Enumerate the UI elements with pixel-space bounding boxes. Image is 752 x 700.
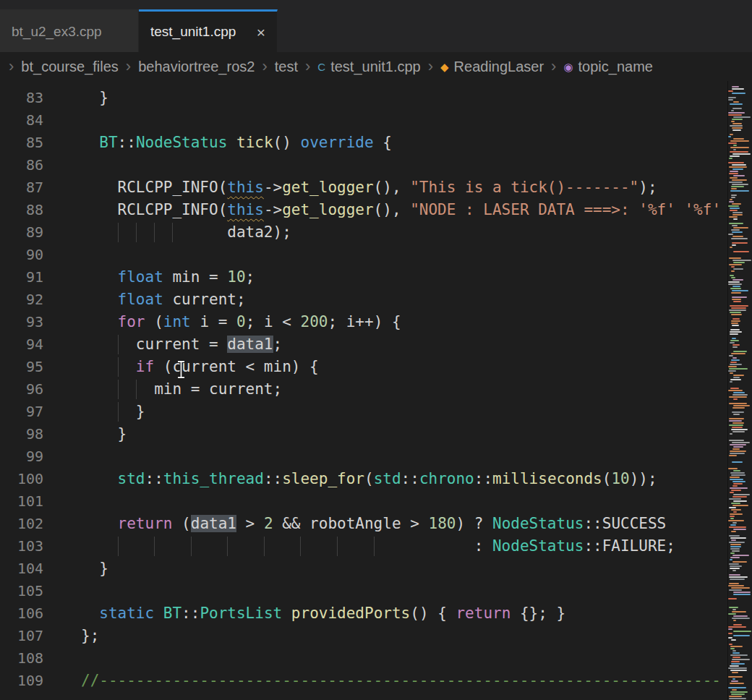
code-line[interactable]: 109//-----------------------------------… xyxy=(0,670,727,692)
line-number[interactable]: 109 xyxy=(0,670,45,692)
line-number[interactable]: 87 xyxy=(0,176,45,199)
line-content[interactable]: } xyxy=(45,87,727,109)
code-line[interactable]: 87 RCLCPP_INFO(this->get_logger(), "This… xyxy=(0,176,727,199)
line-content[interactable] xyxy=(45,647,727,670)
line-content[interactable]: float current; xyxy=(45,289,727,311)
code-line[interactable]: 84 xyxy=(0,109,727,132)
code-line[interactable]: 95 if (current < min) { xyxy=(0,356,727,378)
code-editor[interactable]: 83 }8485 BT::NodeStatus tick() override … xyxy=(0,81,727,700)
code-line[interactable]: 96 min = current; xyxy=(0,378,727,401)
code-line[interactable]: 99 xyxy=(0,445,727,468)
code-line[interactable]: 105 xyxy=(0,580,727,602)
line-content[interactable]: //--------------------------------------… xyxy=(45,670,727,692)
line-number[interactable]: 98 xyxy=(0,423,45,445)
code-line[interactable]: 89 data2); xyxy=(0,221,727,244)
breadcrumb-item-readinglaser[interactable]: ◆ReadingLaser xyxy=(440,59,544,75)
line-content[interactable] xyxy=(45,244,727,266)
line-number[interactable]: 91 xyxy=(0,266,45,289)
line-number[interactable]: 108 xyxy=(0,647,45,670)
line-number[interactable]: 90 xyxy=(0,244,45,266)
minimap-line xyxy=(729,182,743,183)
line-number[interactable]: 102 xyxy=(0,513,45,535)
breadcrumb-item-behaviortree-ros2[interactable]: behaviortree_ros2 xyxy=(138,59,255,75)
line-number[interactable]: 100 xyxy=(0,468,45,490)
code-line[interactable]: 104 } xyxy=(0,558,727,580)
line-content[interactable]: for (int i = 0; i < 200; i++) { xyxy=(45,311,727,333)
line-content[interactable]: RCLCPP_INFO(this->get_logger(), "This is… xyxy=(45,176,727,199)
line-content[interactable]: return (data1 > 2 && robotAngle > 180) ?… xyxy=(45,513,727,535)
line-number[interactable]: 84 xyxy=(0,109,45,132)
line-content[interactable]: : NodeStatus::FAILURE; xyxy=(45,535,727,558)
code-line[interactable]: 83 } xyxy=(0,87,727,109)
line-number[interactable]: 99 xyxy=(0,445,45,468)
code-line[interactable]: 88 RCLCPP_INFO(this->get_logger(), "NODE… xyxy=(0,199,727,221)
line-content[interactable]: RCLCPP_INFO(this->get_logger(), "NODE : … xyxy=(45,199,727,221)
line-content[interactable]: if (current < min) { xyxy=(45,356,727,378)
line-number[interactable]: 92 xyxy=(0,289,45,311)
code-line[interactable]: 101 xyxy=(0,490,727,513)
line-number[interactable]: 88 xyxy=(0,199,45,221)
code-line[interactable]: 102 return (data1 > 2 && robotAngle > 18… xyxy=(0,513,727,535)
code-line[interactable]: 92 float current; xyxy=(0,289,727,311)
minimap[interactable] xyxy=(727,81,752,700)
code-line[interactable]: 90 xyxy=(0,244,727,266)
code-line[interactable]: 91 float min = 10; xyxy=(0,266,727,289)
line-content[interactable]: data2); xyxy=(45,221,727,244)
line-number[interactable]: 89 xyxy=(0,221,45,244)
line-content[interactable]: } xyxy=(45,423,727,445)
code-line[interactable]: 107}; xyxy=(0,625,727,647)
code-line[interactable]: 103 : NodeStatus::FAILURE; xyxy=(0,535,727,558)
code-line[interactable]: 106 static BT::PortsList providedPorts()… xyxy=(0,602,727,625)
line-number[interactable]: 107 xyxy=(0,625,45,647)
line-content[interactable] xyxy=(45,445,727,468)
code-line[interactable]: 85 BT::NodeStatus tick() override { xyxy=(0,132,727,154)
code-line[interactable]: 108 xyxy=(0,647,727,670)
line-number[interactable]: 106 xyxy=(0,602,45,625)
close-icon[interactable]: × xyxy=(257,25,265,40)
line-content[interactable]: }; xyxy=(45,625,727,647)
line-content[interactable]: } xyxy=(45,401,727,423)
line-content[interactable]: BT::NodeStatus tick() override { xyxy=(45,132,727,154)
breadcrumb-item-topic-name[interactable]: ◉topic_name xyxy=(563,59,653,75)
line-content[interactable]: } xyxy=(45,558,727,580)
line-number[interactable]: 97 xyxy=(0,401,45,423)
line-number[interactable]: 93 xyxy=(0,311,45,333)
minimap-line xyxy=(730,544,741,545)
minimap-line xyxy=(732,214,743,215)
code-line[interactable]: 98 } xyxy=(0,423,727,445)
line-content[interactable] xyxy=(45,109,727,132)
minimap-line xyxy=(733,494,750,495)
code-line[interactable]: 94 current = data1; xyxy=(0,333,727,356)
line-content[interactable]: min = current; xyxy=(45,378,727,401)
code-line[interactable]: 97 } xyxy=(0,401,727,423)
line-number[interactable]: 96 xyxy=(0,378,45,401)
line-number[interactable]: 105 xyxy=(0,580,45,602)
line-content[interactable]: current = data1; xyxy=(45,333,727,356)
breadcrumb-item-test[interactable]: test xyxy=(275,59,298,75)
line-number[interactable]: 104 xyxy=(0,558,45,580)
code-token xyxy=(81,358,136,375)
line-number[interactable]: 86 xyxy=(0,154,45,176)
code-line[interactable]: 100 std::this_thread::sleep_for(std::chr… xyxy=(0,468,727,490)
minimap-line xyxy=(730,134,733,135)
line-number[interactable]: 103 xyxy=(0,535,45,558)
line-number[interactable]: 85 xyxy=(0,132,45,154)
minimap-line xyxy=(729,589,742,591)
line-number[interactable]: 94 xyxy=(0,333,45,356)
tab-bt-u2-ex3-cpp[interactable]: bt_u2_ex3.cpp xyxy=(0,9,139,52)
line-content[interactable] xyxy=(45,154,727,176)
line-number[interactable]: 83 xyxy=(0,87,45,109)
tab-test-unit1-cpp[interactable]: test_unit1.cpp× xyxy=(139,9,278,52)
line-number[interactable]: 95 xyxy=(0,356,45,378)
line-content[interactable] xyxy=(45,580,727,602)
line-content[interactable]: float min = 10; xyxy=(45,266,727,289)
code-token: tick xyxy=(236,134,273,151)
breadcrumb-item-bt-course-files[interactable]: bt_course_files xyxy=(21,59,119,75)
code-line[interactable]: 86 xyxy=(0,154,727,176)
breadcrumb-item-test-unit1-cpp[interactable]: Ctest_unit1.cpp xyxy=(317,59,420,75)
code-line[interactable]: 93 for (int i = 0; i < 200; i++) { xyxy=(0,311,727,333)
line-content[interactable] xyxy=(45,490,727,513)
line-content[interactable]: std::this_thread::sleep_for(std::chrono:… xyxy=(45,468,727,490)
line-content[interactable]: static BT::PortsList providedPorts() { r… xyxy=(45,602,727,625)
line-number[interactable]: 101 xyxy=(0,490,45,513)
